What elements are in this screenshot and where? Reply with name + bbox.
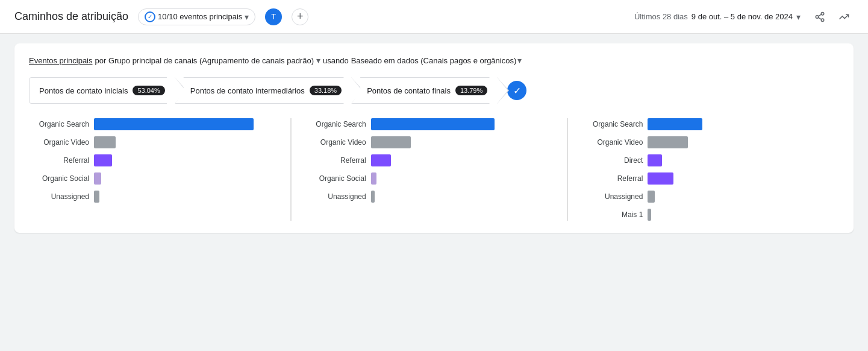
step-initial-badge: 53.04%: [133, 86, 164, 95]
bar-track: [648, 136, 829, 148]
bar-row: Organic Video: [306, 136, 553, 148]
bar-label: Organic Search: [306, 120, 366, 128]
avatar: T: [265, 8, 282, 25]
bar-label: Referral: [29, 156, 89, 165]
svg-marker-10: [497, 77, 508, 104]
bar-fill: [371, 154, 391, 166]
share-button[interactable]: [810, 7, 829, 27]
bar-chart-mid: Organic Search Organic Video Referral: [306, 118, 553, 203]
model-label: Baseado em dados (Canais pagos e orgânic…: [351, 56, 517, 65]
svg-point-2: [821, 19, 824, 22]
bar-label: Organic Search: [582, 120, 643, 128]
bar-track: [371, 136, 553, 148]
chart-initial: Organic Search Organic Video Referral: [29, 118, 291, 221]
funnel-steps: Pontos de contato iniciais 53.04% Pontos…: [29, 77, 839, 104]
page-title: Caminhos de atribuição: [14, 10, 128, 23]
bar-row: Unassigned: [306, 191, 553, 203]
bar-fill: [371, 172, 376, 185]
funnel-complete-check: ✓: [507, 81, 526, 100]
svg-line-3: [818, 17, 821, 19]
chart-mid: Organic Search Organic Video Referral: [292, 118, 568, 221]
add-comparison-button[interactable]: +: [292, 8, 308, 25]
bar-fill: [648, 136, 687, 148]
funnel-arrow-3: [497, 77, 509, 104]
bar-label: Organic Video: [306, 138, 366, 147]
bar-track: [371, 191, 553, 203]
subtitle-middle: por Grupo principal de canais (Agrupamen…: [95, 56, 314, 65]
bar-track: [94, 191, 276, 203]
bar-label: Unassigned: [29, 192, 89, 201]
bar-label: Unassigned: [306, 192, 366, 201]
model-selector[interactable]: Baseado em dados (Canais pagos e orgânic…: [351, 55, 522, 65]
bar-fill: [648, 209, 651, 221]
bar-fill: [94, 154, 112, 166]
bar-track: [648, 172, 829, 185]
bar-track: [94, 154, 276, 166]
bar-row: Organic Search: [306, 118, 553, 130]
chart-final: Organic Search Organic Video Direct: [568, 118, 839, 221]
top-header: Caminhos de atribuição ✓ 10/10 eventos p…: [0, 0, 868, 34]
attribution-card: Eventos principais por Grupo principal d…: [14, 43, 854, 233]
svg-line-4: [818, 14, 821, 16]
bar-row: Organic Search: [29, 118, 276, 130]
bar-label: Organic Video: [582, 138, 643, 147]
step-mid-badge: 33.18%: [310, 86, 342, 95]
bar-fill: [648, 154, 662, 166]
bar-fill: [648, 118, 702, 130]
trend-button[interactable]: [834, 7, 854, 27]
filter-label: 10/10 eventos principais: [158, 12, 242, 21]
bar-chart-initial: Organic Search Organic Video Referral: [29, 118, 276, 203]
date-chevron-icon: ▾: [796, 12, 801, 22]
bar-label: Organic Social: [306, 174, 366, 183]
step-mid-label: Pontos de contato intermediários: [190, 86, 305, 95]
bar-row: Direct: [582, 154, 829, 166]
subtitle-row: Eventos principais por Grupo principal d…: [29, 55, 839, 65]
date-label: Últimos 28 dias: [634, 12, 688, 21]
bar-label: Organic Video: [29, 138, 89, 147]
bar-track: [371, 118, 553, 130]
date-range-value: 9 de out. – 5 de nov. de 2024: [692, 12, 793, 21]
step-initial-label: Pontos de contato iniciais: [39, 86, 128, 95]
bar-row: Unassigned: [29, 191, 276, 203]
bar-row: Referral: [582, 172, 829, 185]
bar-track: [371, 154, 553, 166]
channel-group-chevron-icon: ▾: [316, 55, 320, 65]
step-final-badge: 13.79%: [455, 86, 487, 95]
main-content: Eventos principais por Grupo principal d…: [0, 34, 868, 242]
date-range-selector[interactable]: Últimos 28 dias 9 de out. – 5 de nov. de…: [634, 12, 801, 22]
bar-fill: [94, 118, 254, 130]
bar-track: [94, 172, 276, 185]
subtitle-connector: usando: [323, 56, 349, 65]
bar-row: Mais 1: [582, 209, 829, 221]
bar-row: Organic Video: [582, 136, 829, 148]
bar-row: Organic Social: [306, 172, 553, 185]
bar-fill: [648, 191, 655, 203]
bar-label: Referral: [306, 156, 366, 165]
header-icons: [810, 7, 854, 27]
bar-track: [648, 209, 829, 221]
filter-chevron-icon: ▾: [245, 12, 249, 22]
bar-fill: [371, 118, 495, 130]
bar-track: [94, 136, 276, 148]
goal-filter-chip[interactable]: ✓ 10/10 eventos principais ▾: [138, 8, 255, 25]
bar-label: Organic Social: [29, 174, 89, 183]
funnel-step-final[interactable]: Pontos de contato finais 13.79%: [352, 77, 498, 104]
bar-label: Unassigned: [582, 192, 643, 201]
funnel-step-initial[interactable]: Pontos de contato iniciais 53.04%: [29, 77, 175, 104]
bar-track: [648, 191, 829, 203]
bar-label: Organic Search: [29, 120, 89, 128]
funnel-step-mid[interactable]: Pontos de contato intermediários 33.18%: [175, 77, 352, 104]
check-icon: ✓: [145, 11, 155, 22]
bar-row: Organic Search: [582, 118, 829, 130]
bar-label: Mais 1: [582, 210, 643, 219]
bar-track: [648, 118, 829, 130]
bar-row: Referral: [306, 154, 553, 166]
bar-row: Organic Social: [29, 172, 276, 185]
bar-row: Referral: [29, 154, 276, 166]
bar-fill: [371, 136, 411, 148]
bar-fill: [94, 136, 116, 148]
charts-row: Organic Search Organic Video Referral: [29, 118, 839, 221]
bar-track: [94, 118, 276, 130]
eventos-principais-link[interactable]: Eventos principais: [29, 56, 93, 65]
bar-fill: [648, 172, 673, 185]
